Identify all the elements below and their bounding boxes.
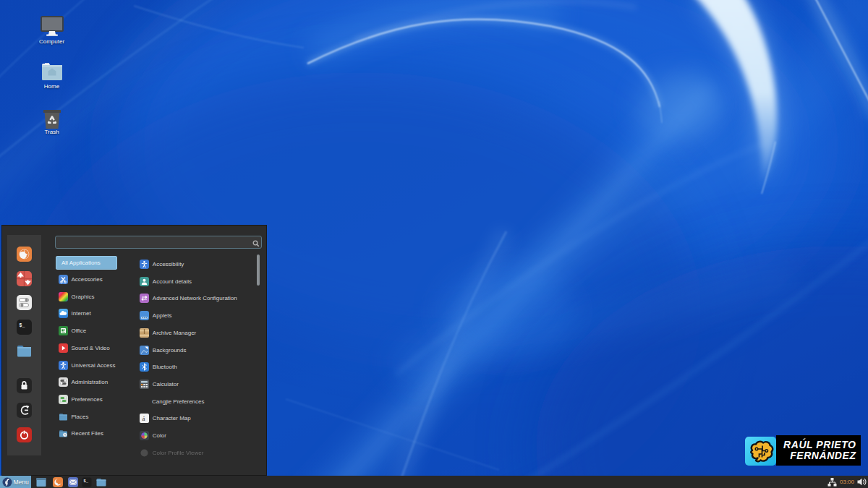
svg-text:á: á — [142, 415, 145, 422]
svg-text:$_: $_ — [20, 322, 25, 328]
svg-text:$_: $_ — [83, 479, 88, 484]
